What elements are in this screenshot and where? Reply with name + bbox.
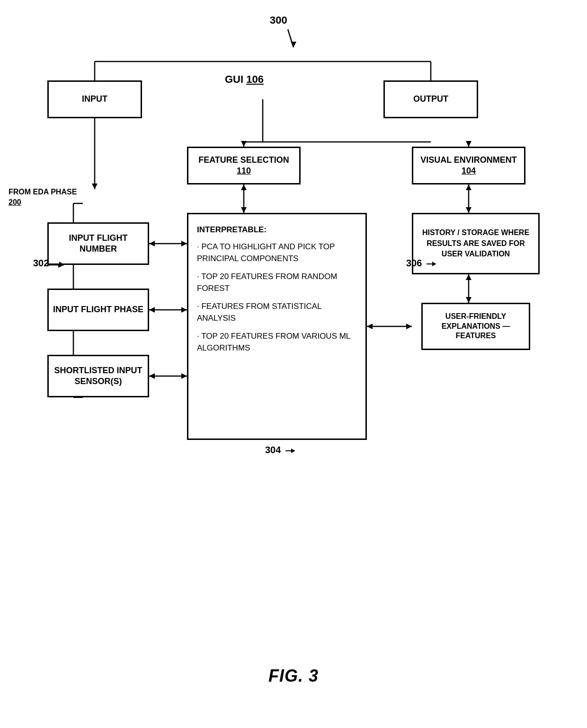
box-feature-selection: FEATURE SELECTION 110 (187, 147, 301, 184)
ref-306: 306 (406, 258, 441, 269)
from-eda-label: FROM EDA PHASE 200 (9, 187, 77, 208)
diagram-container: 300 GUI 106 INPUT OUTPUT FEATURE SELECTI… (0, 0, 587, 700)
box-flight-phase: INPUT FLIGHT PHASE (47, 289, 149, 331)
svg-marker-27 (241, 184, 247, 190)
svg-marker-46 (466, 274, 471, 280)
svg-marker-31 (149, 241, 155, 246)
box-input: INPUT (47, 80, 142, 118)
svg-marker-28 (241, 207, 247, 213)
ref-302: 302 (33, 258, 68, 269)
box-sensor: SHORTLISTED INPUT SENSOR(S) (47, 355, 149, 397)
svg-marker-10 (241, 141, 247, 147)
box-visual-env: VISUAL ENVIRONMENT 104 (412, 147, 525, 184)
svg-marker-48 (92, 184, 98, 189)
box-user-friendly: USER-FRIENDLY EXPLANATIONS — FEATURES (421, 303, 530, 350)
svg-marker-36 (181, 373, 187, 379)
svg-marker-54 (291, 448, 295, 453)
svg-marker-34 (149, 307, 155, 313)
box-output: OUTPUT (383, 80, 478, 118)
ref-300: 300 (270, 14, 287, 26)
svg-marker-37 (149, 373, 155, 379)
svg-marker-39 (406, 324, 412, 329)
svg-marker-45 (466, 297, 471, 303)
svg-marker-1 (291, 42, 296, 47)
svg-marker-42 (466, 207, 471, 213)
fig-label: FIG. 3 (268, 666, 319, 686)
svg-marker-11 (466, 141, 471, 147)
svg-marker-33 (181, 307, 187, 313)
svg-marker-52 (59, 262, 63, 266)
svg-line-0 (288, 29, 294, 47)
svg-marker-56 (432, 262, 436, 266)
box-interpretable: INTERPRETABLE: · PCA TO HIGHLIGHT AND PI… (187, 213, 367, 440)
svg-marker-40 (367, 324, 373, 329)
gui-label: GUI 106 (225, 73, 264, 86)
svg-marker-43 (466, 184, 471, 190)
ref-304: 304 (265, 445, 300, 456)
svg-marker-30 (181, 241, 187, 246)
